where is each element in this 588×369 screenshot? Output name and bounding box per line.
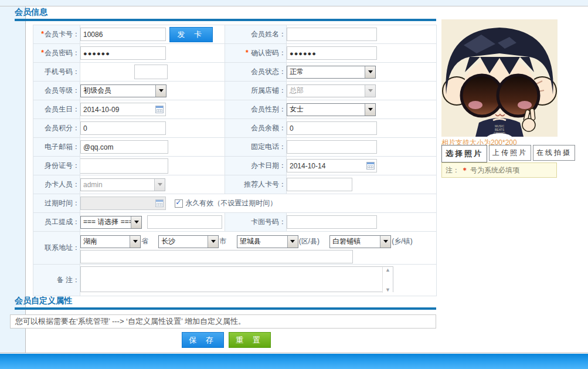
- row-birthday-gender: 会员生日： 会员性别： 女士: [33, 100, 437, 119]
- row-commission-cardface: 员工提成： === 请选择 === 卡面号码：: [33, 213, 437, 232]
- expire-label: 过期时间：: [45, 199, 80, 207]
- mobile-label-cell: 手机号码：: [33, 63, 80, 82]
- card-no-label: 会员卡号：: [45, 30, 80, 38]
- birthday-field-cell: [80, 100, 225, 119]
- phone-input[interactable]: [287, 140, 377, 154]
- level-value: 初级会员: [81, 86, 155, 96]
- issue-card-button[interactable]: 发 卡: [169, 27, 213, 42]
- textarea-scrollbar[interactable]: ▲▼: [382, 267, 393, 293]
- card-face-input[interactable]: [287, 215, 377, 229]
- permanent-checkbox[interactable]: [175, 199, 183, 208]
- card-no-input[interactable]: [80, 28, 166, 41]
- member-edit-page: 会员信息 *会员卡号： 发 卡 会员姓名： *会员密码： * 确认密码：: [0, 0, 588, 369]
- points-label: 会员积分：: [45, 124, 80, 132]
- upload-photo-button[interactable]: 上传照片: [489, 145, 531, 161]
- calendar-icon[interactable]: [366, 162, 375, 170]
- town-value: 白箬铺镇: [330, 236, 380, 246]
- issue-date-field-cell: [287, 157, 437, 175]
- password-label: 会员密码：: [45, 49, 80, 57]
- remark-field-cell: ▲▼: [80, 265, 437, 296]
- status-select[interactable]: 正常: [287, 66, 376, 79]
- commission-input[interactable]: [147, 215, 222, 229]
- scroll-up-icon[interactable]: ▲: [385, 267, 390, 273]
- save-button[interactable]: 保 存: [182, 332, 224, 348]
- id-card-input[interactable]: [80, 158, 169, 174]
- balance-input[interactable]: [287, 121, 377, 135]
- status-value: 正常: [287, 67, 365, 77]
- issue-date-input[interactable]: [287, 159, 377, 172]
- chevron-down-icon: [365, 85, 375, 97]
- town-select[interactable]: 白箬铺镇: [329, 235, 391, 248]
- row-operator-referrer: 办卡人员： admin 推荐人卡号：: [33, 175, 437, 194]
- level-select[interactable]: 初级会员: [80, 84, 166, 97]
- level-label-cell: 会员等级：: [33, 82, 80, 100]
- email-input[interactable]: [80, 140, 168, 154]
- custom-attrs-section-rule: [15, 307, 436, 310]
- city-select[interactable]: 长沙: [158, 235, 219, 248]
- member-name-label-cell: 会员姓名：: [225, 25, 287, 44]
- points-input[interactable]: [80, 121, 166, 135]
- row-address: 联系地址： 湖南省 长沙市 望城县(区/县) 白箬铺镇(乡/镇): [33, 232, 437, 265]
- password-input[interactable]: [80, 46, 166, 60]
- webcam-photo-button[interactable]: 在线拍摄: [533, 145, 575, 161]
- commission-label-cell: 员工提成：: [33, 213, 80, 232]
- calendar-icon[interactable]: [155, 106, 164, 113]
- remark-label-cell: 备 注：: [33, 265, 80, 296]
- balance-label: 会员余额：: [251, 124, 286, 132]
- id-card-label-cell: 身份证号：: [33, 157, 80, 175]
- id-card-field-cell: [80, 157, 225, 175]
- issue-date-label: 办卡日期：: [251, 161, 286, 170]
- points-label-cell: 会员积分：: [33, 119, 80, 138]
- operator-label: 办卡人员：: [45, 180, 80, 188]
- note-star: ＊: [461, 166, 468, 174]
- row-expire: 过期时间： 永久有效（不设置过期时间）: [33, 194, 437, 213]
- phone-field-cell: [287, 138, 437, 157]
- email-label: 电子邮箱：: [45, 143, 80, 151]
- member-photo: MUSICBEATSCROWD: [441, 19, 558, 137]
- confirm-password-label-cell: * 确认密码：: [225, 44, 287, 63]
- member-name-input[interactable]: [287, 28, 377, 41]
- operator-value: admin: [81, 181, 154, 189]
- district-select[interactable]: 望城县: [237, 235, 298, 248]
- address-detail-input[interactable]: [80, 250, 353, 263]
- province-select[interactable]: 湖南: [80, 235, 141, 248]
- row-idcard-issuedate: 身份证号： 办卡日期：: [33, 157, 437, 175]
- birthday-input[interactable]: [80, 103, 166, 116]
- reset-button[interactable]: 重 置: [229, 332, 271, 348]
- scroll-down-icon[interactable]: ▼: [385, 287, 390, 293]
- mobile-field-cell: [80, 63, 225, 82]
- card-no-label-cell: *会员卡号：: [33, 25, 80, 44]
- chevron-down-icon: [380, 236, 390, 248]
- note-prefix: 注：: [446, 166, 460, 174]
- referrer-card-input[interactable]: [287, 178, 352, 191]
- balance-label-cell: 会员余额：: [225, 119, 287, 138]
- points-field-cell: [80, 119, 225, 138]
- status-label-cell: 会员状态：: [225, 63, 287, 82]
- commission-select[interactable]: === 请选择 ===: [80, 216, 142, 229]
- city-value: 长沙: [159, 236, 208, 246]
- commission-field-cell: === 请选择 ===: [80, 213, 225, 232]
- top-margin-strip: [0, 0, 588, 6]
- remark-textarea[interactable]: [80, 266, 393, 292]
- row-mobile-status: 手机号码： 会员状态： 正常: [33, 63, 437, 82]
- address-field-cell: 湖南省 长沙市 望城县(区/县) 白箬铺镇(乡/镇): [80, 232, 437, 265]
- mobile-input[interactable]: [134, 65, 168, 79]
- card-face-label: 卡面号码：: [251, 218, 286, 226]
- content-bottom-border: [0, 353, 588, 353]
- referrer-card-label: 推荐人卡号：: [244, 180, 286, 188]
- choose-photo-button[interactable]: 选择照片: [441, 145, 487, 163]
- row-password: *会员密码： * 确认密码：: [33, 44, 437, 63]
- avatar-cartoon-image: MUSICBEATSCROWD: [441, 19, 558, 137]
- confirm-password-input[interactable]: [287, 46, 377, 60]
- calendar-icon: [155, 199, 164, 207]
- operator-label-cell: 办卡人员：: [33, 175, 80, 194]
- note-text: 号为系统必填项: [470, 166, 519, 174]
- expire-datebox: [80, 197, 166, 210]
- gender-select[interactable]: 女士: [287, 103, 376, 116]
- chevron-down-icon: [365, 104, 375, 116]
- address-label: 联系地址：: [45, 243, 80, 252]
- member-info-section-rule: [15, 19, 436, 21]
- status-field-cell: 正常: [287, 63, 437, 82]
- commission-select-value: === 请选择 ===: [81, 217, 131, 227]
- card-face-field-cell: [287, 213, 437, 232]
